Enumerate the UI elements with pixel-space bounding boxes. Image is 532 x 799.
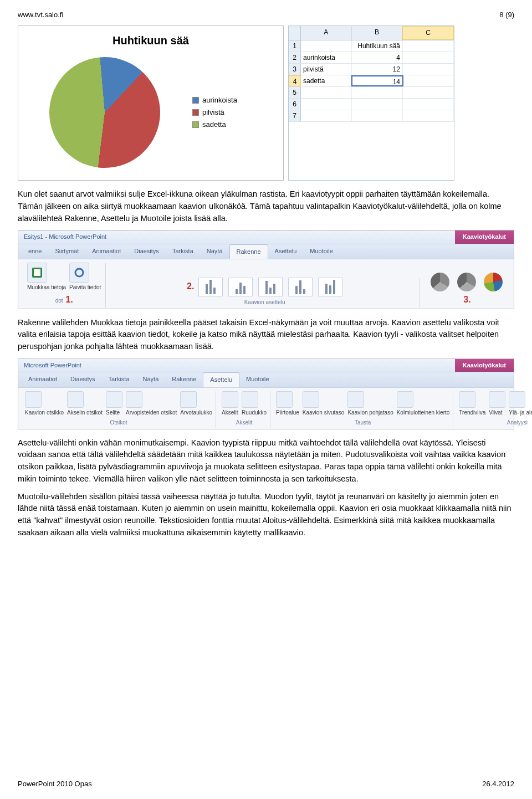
pie-title: Huhtikuun sää: [22, 33, 280, 48]
layout-thumb-icon[interactable]: [198, 278, 223, 296]
legend-label: sadetta: [202, 120, 226, 130]
paragraph-1: Kun olet saanut arvot valmiiksi sulje Ex…: [18, 188, 514, 224]
paragraph-4: Muotoilu-välilehden sisällön pitäisi täs…: [18, 491, 514, 539]
layout-thumb-icon[interactable]: [318, 278, 342, 296]
style-pie-icon[interactable]: [431, 273, 449, 291]
tab[interactable]: Siirtymät: [48, 244, 85, 259]
axis-titles-icon[interactable]: [67, 391, 84, 408]
excel-col-headers: A B C: [289, 26, 454, 40]
legend-label: aurinkoista: [202, 95, 237, 105]
footer-left: PowerPoint 2010 Opas: [18, 779, 92, 789]
style-pie-icon[interactable]: [457, 273, 476, 291]
datalabels-icon[interactable]: [126, 391, 142, 408]
header-url: www.tvt.salo.fi: [18, 10, 63, 20]
grid-icon[interactable]: [242, 391, 258, 408]
ribbon-tabs: enne Siirtymät Animaatiot Diaesitys Tark…: [18, 244, 514, 259]
lines-icon[interactable]: [489, 391, 505, 408]
page-header: www.tvt.salo.fi 8 (9): [18, 10, 514, 20]
tab[interactable]: Rakenne: [165, 372, 203, 387]
tab-active[interactable]: Rakenne: [229, 244, 268, 259]
layout-thumb-icon[interactable]: [288, 278, 313, 296]
pie-graphic: [45, 53, 165, 173]
axes-icon[interactable]: [222, 391, 238, 408]
swatch-blue: [192, 97, 199, 104]
excel-mini-grid: A B C 1Huhtikuun sää 2aurinkoista4 3pilv…: [288, 25, 454, 181]
legend-icon[interactable]: [106, 391, 122, 408]
trendline-icon[interactable]: [459, 391, 475, 408]
tab[interactable]: Animaatiot: [85, 244, 127, 259]
floor-icon[interactable]: [347, 391, 364, 408]
layout-thumb-icon[interactable]: [228, 278, 253, 296]
tab[interactable]: Näytä: [200, 244, 229, 259]
plotarea-icon[interactable]: [276, 391, 293, 408]
svg-point-2: [75, 269, 83, 276]
swatch-green: [192, 121, 199, 128]
updown-icon[interactable]: [509, 391, 525, 408]
swatch-red: [192, 109, 199, 116]
wall-icon[interactable]: [303, 391, 319, 408]
col-header: A: [301, 26, 352, 40]
pie-legend: aurinkoista pilvistä sadetta: [188, 93, 237, 132]
datatable-icon[interactable]: [180, 391, 197, 408]
tab[interactable]: Diaesitys: [64, 372, 102, 387]
callout-1: 1.: [65, 295, 73, 304]
tab[interactable]: Muotoile: [239, 372, 276, 387]
style-pie-icon[interactable]: [484, 273, 503, 291]
tab-active[interactable]: Asettelu: [203, 372, 239, 387]
layout-thumb-icon[interactable]: [258, 278, 283, 296]
context-tab-title: Kaaviotyökalut: [455, 231, 514, 243]
rotate3d-icon[interactable]: [397, 391, 413, 408]
context-tab-title: Kaaviotyökalut: [455, 359, 514, 372]
legend-label: pilvistä: [202, 107, 224, 117]
window-title: Microsoft PowerPoint: [18, 359, 455, 372]
figure-pie-and-data: Huhtikuun sää aurinkoista pilvistä sadet…: [18, 25, 514, 181]
tab[interactable]: enne: [22, 244, 48, 259]
footer-right: 26.4.2012: [482, 779, 514, 789]
tab[interactable]: Tarkista: [102, 372, 136, 387]
callout-3: 3.: [463, 295, 470, 304]
window-title: Esitys1 - Microsoft PowerPoint: [18, 231, 455, 243]
paragraph-3: Asettelu-välilehti onkin vähän monimutka…: [18, 437, 514, 485]
tab[interactable]: Animaatiot: [22, 372, 64, 387]
tab[interactable]: Asettelu: [268, 244, 304, 259]
chart-title-icon[interactable]: [25, 391, 42, 408]
callout-2: 2.: [187, 280, 194, 293]
tab[interactable]: Diaesitys: [127, 244, 166, 259]
header-page-number: 8 (9): [499, 10, 514, 20]
col-header: B: [352, 26, 403, 40]
tab[interactable]: Muotoile: [303, 244, 340, 259]
tab[interactable]: Näytä: [136, 372, 166, 387]
pie-chart: Huhtikuun sää aurinkoista pilvistä sadet…: [18, 25, 284, 181]
paragraph-2: Rakenne välilehden Muokkaa tietoja paini…: [18, 317, 514, 353]
col-header: C: [402, 26, 454, 40]
refresh-data-icon[interactable]: [69, 263, 89, 283]
edit-data-icon[interactable]: [27, 263, 47, 283]
ribbon-asettelu: Microsoft PowerPoint Kaaviotyökalut Anim…: [18, 358, 514, 429]
ribbon-rakenne: Esitys1 - Microsoft PowerPoint Kaaviotyö…: [18, 230, 514, 309]
svg-rect-1: [34, 269, 40, 276]
page-footer: PowerPoint 2010 Opas 26.4.2012: [18, 779, 514, 789]
tab[interactable]: Tarkista: [166, 244, 200, 259]
